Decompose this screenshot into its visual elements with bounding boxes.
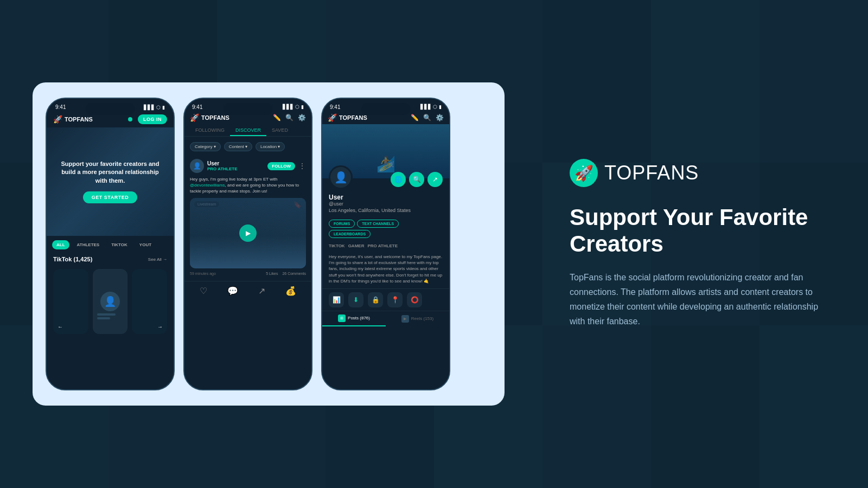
edit-icon[interactable]: ✏️ [273, 114, 281, 121]
reels-tab-icon: ▶ [401, 315, 409, 323]
stat-icon-5[interactable]: ⭕ [407, 292, 422, 307]
comment-icon[interactable]: 💬 [227, 286, 238, 296]
see-all-link[interactable]: See All → [148, 257, 167, 262]
phone-3-screen: 9:41 ▋▋▋ ⬡ ▮ 🚀 TOPFANS ✏️ 🔍 ⚙️ [322, 99, 449, 389]
tab-all[interactable]: ALL [52, 240, 69, 249]
nav-saved[interactable]: SAVED [266, 125, 293, 136]
phone-1-section-header: TikTok (1,425) See All → [47, 254, 174, 265]
profile-action-buttons: 🌐 🔍 ↗ [391, 172, 443, 187]
phone-1-logo: 🚀 TOPFANS [53, 115, 93, 124]
phone-3-hero: 🏄 👤 🌐 🔍 ↗ [322, 124, 449, 178]
phone-3-logo: 🚀 TOPFANS [328, 113, 367, 122]
tab-reels[interactable]: ▶ Reels (153) [386, 311, 449, 326]
phone-2-screen: 9:41 ▋▋▋ ⬡ ▮ 🚀 TOPFANS ✏️ 🔍 ⚙️ FOLLOWI [184, 99, 311, 389]
edit-icon[interactable]: ✏️ [411, 114, 419, 121]
card-right[interactable]: → [132, 269, 167, 334]
phone-1-screen: 9:41 ▋▋▋ ⬡ ▮ 🚀 TOPFANS LOG IN Support [47, 99, 174, 389]
forums-tag[interactable]: FORUMS [329, 220, 355, 228]
posts-tab-icon: ⊞ [338, 314, 346, 322]
stat-icon-3[interactable]: 🔒 [368, 292, 383, 307]
phone-2-logo-text: TOPFANS [201, 114, 229, 121]
brand-rocket-icon: 🚀 [570, 159, 598, 187]
tab-youtube[interactable]: YOUT [135, 240, 156, 249]
tab-tiktok[interactable]: TIKTOK [107, 240, 132, 249]
share-button[interactable]: ↗ [427, 172, 443, 187]
post-user: 👤 User PRO ATHLETE [190, 159, 238, 173]
filter-content[interactable]: Content ▾ [224, 142, 252, 151]
online-indicator [128, 117, 132, 121]
play-button[interactable]: ▶ [239, 224, 257, 242]
phone-1-notch [86, 103, 135, 115]
phone-1: 9:41 ▋▋▋ ⬡ ▮ 🚀 TOPFANS LOG IN Support [46, 98, 175, 390]
post-avatar: 👤 [190, 159, 204, 173]
more-options-icon[interactable]: ⋮ [298, 162, 306, 170]
phone-2-signal: ▋▋▋ ⬡ ▮ [283, 104, 304, 110]
post-stats: 5 Likes 26 Comments [266, 272, 306, 275]
filter-location[interactable]: Location ▾ [256, 142, 285, 151]
login-button[interactable]: LOG IN [138, 114, 167, 124]
website-button[interactable]: 🌐 [391, 172, 406, 187]
nav-following[interactable]: FOLLOWING [190, 125, 230, 136]
profile-avatar-wrapper: 👤 [329, 165, 353, 189]
creator-avatar: 👤 [100, 292, 120, 311]
phone-1-hero-overlay: Support your favorite creators and build… [47, 127, 174, 236]
post-likes: 5 Likes [266, 272, 278, 275]
share-icon[interactable]: ↗ [258, 286, 265, 296]
tiktok-tag[interactable]: TIKTOK [329, 243, 345, 248]
settings-icon[interactable]: ⚙️ [298, 114, 306, 121]
search-icon[interactable]: 🔍 [285, 114, 293, 121]
post-header: 👤 User PRO ATHLETE FOLLOW ⋮ [190, 159, 306, 173]
left-panel: 9:41 ▋▋▋ ⬡ ▮ 🚀 TOPFANS LOG IN Support [0, 0, 537, 488]
nav-discover[interactable]: DISCOVER [230, 125, 266, 136]
profile-bio: Hey everyone, it's user, and welcome to … [322, 252, 449, 288]
tab-posts[interactable]: ⊞ Posts (876) [322, 311, 386, 326]
phone-1-category-tabs: ALL ATHLETES TIKTOK YOUT [47, 236, 174, 254]
reels-tab-label: Reels (153) [411, 316, 433, 321]
phone-2-notch [224, 103, 272, 115]
leaderboards-tag[interactable]: LEADERBOARDS [329, 230, 371, 238]
tagline: Support Your Favorite Creators [570, 204, 835, 257]
post-footer: 59 minutes ago 5 Likes 26 Comments [190, 268, 306, 278]
phone-3-notch [361, 103, 410, 115]
phone-2-nav-tabs: FOLLOWING DISCOVER SAVED [184, 125, 311, 137]
text-channels-tag[interactable]: TEXT CHANNELS [357, 220, 399, 228]
phone-2: 9:41 ▋▋▋ ⬡ ▮ 🚀 TOPFANS ✏️ 🔍 ⚙️ FOLLOWI [183, 98, 312, 390]
stat-icon-1[interactable]: 📊 [329, 292, 344, 307]
search-icon[interactable]: 🔍 [423, 114, 431, 121]
post-comments: 26 Comments [282, 272, 306, 275]
phones-container: 9:41 ▋▋▋ ⬡ ▮ 🚀 TOPFANS LOG IN Support [33, 82, 505, 406]
posts-tab-label: Posts (876) [348, 316, 370, 320]
card-center[interactable]: 👤 [93, 269, 128, 334]
profile-location: Los Angeles, California, United States [329, 208, 443, 213]
phone-1-rocket-icon: 🚀 [53, 115, 62, 124]
profile-handle: @user [329, 201, 443, 207]
tip-icon[interactable]: 💰 [285, 286, 296, 296]
phone-3-stats-row: 📊 ⬇ 🔒 📍 ⭕ [322, 288, 449, 311]
post-media[interactable]: Livestream 🔖 ▶ [190, 198, 306, 268]
phone-2-post: 👤 User PRO ATHLETE FOLLOW ⋮ Hey guys [184, 156, 311, 281]
filter-category[interactable]: Category ▾ [190, 142, 221, 151]
stat-icon-2[interactable]: ⬇ [348, 292, 363, 307]
more-icon[interactable]: ⚙️ [436, 114, 444, 121]
card-left[interactable]: ← [53, 269, 88, 334]
search-button[interactable]: 🔍 [409, 172, 424, 187]
post-username: User [207, 160, 238, 166]
tab-athletes[interactable]: ATHLETES [73, 240, 104, 249]
gamer-tag[interactable]: GAMER [348, 243, 365, 248]
phone-2-time: 9:41 [192, 104, 202, 110]
post-mention: @devontewilliams [190, 183, 225, 188]
description: TopFans is the social platform revolutio… [570, 270, 830, 329]
stat-icon-4[interactable]: 📍 [387, 292, 403, 307]
phone-1-time: 9:41 [55, 104, 66, 110]
section-title: TikTok (1,425) [53, 256, 92, 262]
phone-3-time: 9:41 [330, 104, 340, 110]
card-info-lines [97, 313, 124, 321]
pro-athlete-tag[interactable]: PRO ATHLETE [367, 243, 398, 248]
follow-button[interactable]: FOLLOW [267, 162, 295, 170]
profile-avatar: 👤 [329, 165, 353, 189]
brand-name-top: TOP [604, 162, 646, 184]
like-icon[interactable]: ♡ [200, 286, 207, 296]
phone-3-rocket-icon: 🚀 [328, 113, 337, 122]
get-started-button[interactable]: GET STARTED [83, 191, 137, 203]
phone-3-logo-text: TOPFANS [339, 114, 367, 121]
